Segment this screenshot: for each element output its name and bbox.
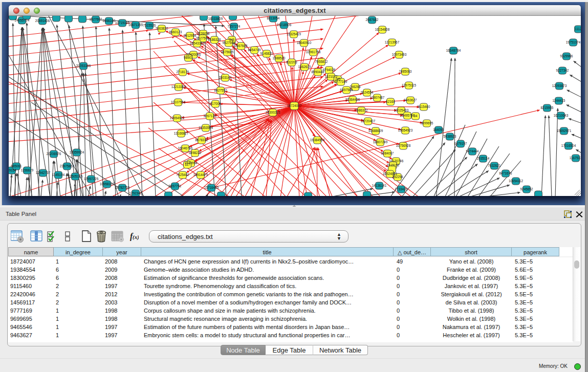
svg-text:10973493: 10973493 [392,53,407,56]
svg-text:15692971: 15692971 [557,129,572,133]
svg-text:10654112: 10654112 [509,179,523,183]
svg-text:5938923: 5938923 [444,135,456,138]
svg-text:1145194: 1145194 [52,173,65,177]
svg-text:8471676: 8471676 [499,171,512,175]
svg-text:832203: 832203 [286,60,297,64]
svg-text:7663822: 7663822 [156,27,168,30]
svg-text:16648784: 16648784 [446,49,461,52]
svg-text:19654923: 19654923 [398,128,413,132]
svg-text:18724007: 18724007 [287,104,302,107]
svg-text:62160: 62160 [386,100,395,103]
svg-text:9777169: 9777169 [335,80,347,83]
svg-text:252254: 252254 [392,175,403,179]
svg-text:10961758: 10961758 [306,50,321,54]
svg-text:10756928: 10756928 [396,144,411,147]
svg-text:9329966: 9329966 [560,54,573,58]
svg-text:39154: 39154 [9,168,16,172]
svg-text:20691406: 20691406 [35,19,50,23]
svg-text:1112: 1112 [575,27,581,31]
svg-text:417004: 417004 [210,102,221,105]
svg-text:2087682: 2087682 [366,18,379,21]
svg-text:17359924: 17359924 [70,150,84,154]
svg-text:3624554: 3624554 [361,91,374,94]
svg-text:2803144: 2803144 [219,76,232,79]
svg-text:12505135: 12505135 [68,174,83,178]
svg-text:9527506: 9527506 [197,36,209,40]
svg-text:8813054: 8813054 [267,16,280,20]
svg-text:3498222: 3498222 [189,151,202,155]
svg-text:6479197: 6479197 [454,142,467,145]
svg-text:12093873: 12093873 [552,84,567,87]
svg-text:7357274: 7357274 [228,25,241,28]
svg-text:9474444: 9474444 [466,149,479,153]
svg-text:16210643: 16210643 [554,114,569,117]
svg-text:1362615: 1362615 [298,65,311,69]
svg-text:7955812: 7955812 [315,60,328,63]
svg-text:(x): (x) [133,234,139,240]
svg-text:117: 117 [185,163,190,166]
svg-text:11353594: 11353594 [199,126,213,129]
svg-text:8678332: 8678332 [195,138,208,142]
svg-text:98901: 98901 [184,56,193,59]
svg-text:9084067: 9084067 [381,151,394,155]
svg-text:9463627: 9463627 [404,98,417,102]
svg-text:3912954: 3912954 [184,34,197,37]
svg-text:1733426: 1733426 [395,187,408,191]
svg-text:1167533: 1167533 [570,156,581,160]
svg-text:8454749: 8454749 [248,48,261,52]
svg-text:19218506: 19218506 [277,23,292,27]
svg-text:12942737: 12942737 [36,171,51,174]
svg-text:1244415: 1244415 [553,99,565,102]
svg-text:3875685: 3875685 [221,50,234,54]
svg-text:19384554: 19384554 [310,138,325,142]
svg-text:8186328: 8186328 [208,38,221,41]
svg-text:25495796: 25495796 [400,114,415,117]
svg-text:15716485: 15716485 [204,186,219,189]
svg-text:9657791: 9657791 [169,184,182,188]
svg-text:12213967: 12213967 [385,40,400,44]
svg-text:8215955: 8215955 [541,106,554,110]
svg-text:3267130: 3267130 [204,114,216,118]
svg-text:12213369: 12213369 [171,85,186,89]
svg-text:04: 04 [413,114,418,118]
svg-text:9146821: 9146821 [260,52,273,55]
svg-text:7625402: 7625402 [177,173,189,177]
svg-text:9227342: 9227342 [556,69,569,72]
svg-text:16154808: 16154808 [375,28,390,31]
svg-text:2718176: 2718176 [177,70,189,74]
svg-text:20053346: 20053346 [76,64,91,68]
svg-text:24055724: 24055724 [15,18,30,22]
svg-text:10719185: 10719185 [115,21,130,25]
svg-text:16671355: 16671355 [128,23,143,27]
svg-text:17957225: 17957225 [84,177,99,181]
svg-text:1527602: 1527602 [90,17,102,21]
svg-text:19751074: 19751074 [566,40,581,44]
svg-text:14136141: 14136141 [372,184,387,187]
svg-text:6794028: 6794028 [323,68,336,72]
svg-text:10688609: 10688609 [368,129,383,133]
svg-text:10107554: 10107554 [171,100,186,104]
svg-text:7986372: 7986372 [355,108,368,112]
svg-text:23975867: 23975867 [60,164,75,168]
svg-text:9245652: 9245652 [520,187,533,191]
svg-text:16543362: 16543362 [190,41,205,45]
svg-text:17016504: 17016504 [561,144,576,147]
svg-text:10958107: 10958107 [100,182,115,186]
svg-text:7632621: 7632621 [488,164,501,167]
svg-text:25300203: 25300203 [266,111,280,114]
svg-text:9115460: 9115460 [418,105,430,108]
svg-text:164095: 164095 [433,128,444,132]
svg-text:8427552: 8427552 [214,89,227,92]
svg-text:2935114: 2935114 [477,157,490,160]
svg-text:16782759: 16782759 [115,186,130,189]
svg-text:17654922: 17654922 [170,116,185,120]
svg-text:6497568: 6497568 [340,88,353,92]
svg-text:10025433: 10025433 [394,108,409,112]
svg-text:985061: 985061 [11,164,22,168]
svg-text:7515526: 7515526 [143,24,156,27]
svg-text:2867608: 2867608 [235,44,248,48]
svg-text:20206576: 20206576 [47,152,61,156]
svg-text:15720407: 15720407 [361,119,376,123]
svg-text:9527508: 9527508 [223,41,235,45]
svg-text:13166827: 13166827 [174,132,189,135]
